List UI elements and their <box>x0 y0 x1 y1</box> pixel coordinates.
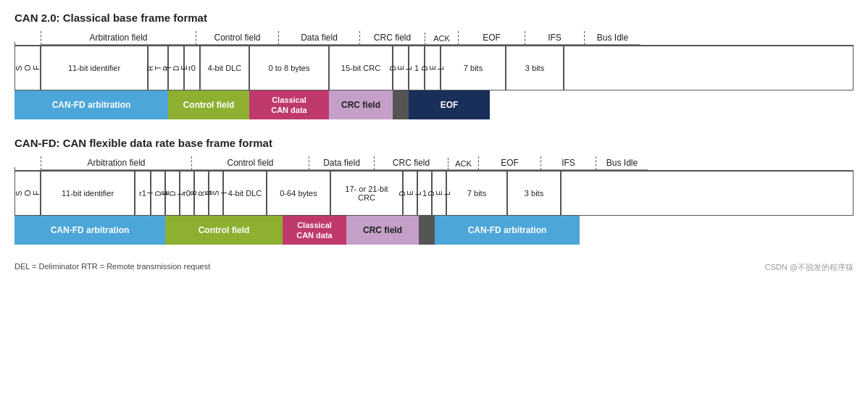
can20-id11: 11-bit identifier <box>41 46 148 90</box>
canfd-color-eof: CAN-FD arbitration <box>435 216 580 245</box>
canfd-bus-idle <box>561 172 854 215</box>
can20-sof: S O F <box>14 46 41 90</box>
can20-data-header: Data field <box>278 31 359 45</box>
canfd-esi: E S I <box>209 172 223 215</box>
canfd-crc-header: CRC field <box>374 156 448 170</box>
can20-color-arb: CAN-FD arbitration <box>14 90 168 119</box>
can20-ctrl-header: Control field <box>196 31 278 45</box>
h-sof-spacer-fd <box>14 167 41 170</box>
can20-crc-header: CRC field <box>359 31 425 45</box>
canfd-eof-header: EOF <box>478 156 541 170</box>
footer-credit: CSDN @不脱发的程序猿 <box>765 262 854 273</box>
can20-eof-header: EOF <box>458 31 525 45</box>
canfd-color-row: CAN-FD arbitration Control field Classic… <box>14 216 854 245</box>
canfd-data-header: Data field <box>309 156 374 170</box>
h-sof-spacer <box>14 42 41 45</box>
canfd-data-row: S O F 11-bit identifier r1 I D E E D L r… <box>14 171 854 216</box>
can20-section: CAN 2.0: Classical base frame format Arb… <box>14 12 854 119</box>
can20-color-eof: EOF <box>409 90 490 119</box>
canfd-sof: S O F <box>14 172 41 215</box>
canfd-del: D E L <box>403 172 417 215</box>
can20-ifs: 3 bits <box>506 46 564 90</box>
canfd-color-data: Classical CAN data <box>283 216 346 245</box>
canfd-color-arb: CAN-FD arbitration <box>14 216 165 245</box>
can20-ackdel: D E L <box>425 46 441 90</box>
can20-data: 0 to 8 bytes <box>249 46 329 90</box>
canfd-color-rest <box>580 216 854 245</box>
can20-color-data: Classical CAN data <box>249 90 329 119</box>
canfd-ack-header: ACK <box>448 158 478 170</box>
canfd-color-del1 <box>419 216 435 245</box>
canfd-bus-header: Bus Idle <box>596 156 648 170</box>
can20-crc: 15-bit CRC <box>329 46 393 90</box>
can20-color-ctrl: Control field <box>168 90 249 119</box>
can20-diagram: Arbitration field Control field Data fie… <box>14 31 854 119</box>
can20-color-rest <box>490 90 854 119</box>
canfd-eof: 7 bits <box>446 172 507 215</box>
canfd-data: 0-64 bytes <box>267 172 330 215</box>
canfd-section: CAN-FD: CAN flexible data rate base fram… <box>14 137 854 245</box>
canfd-title: CAN-FD: CAN flexible data rate base fram… <box>14 137 854 149</box>
canfd-ctrl-header: Control field <box>191 156 309 170</box>
canfd-dlc: 4-bit DLC <box>223 172 267 215</box>
canfd-color-crc: CRC field <box>346 216 419 245</box>
can20-data-row: S O F 11-bit identifier R T R I D E r0 4… <box>14 46 854 90</box>
canfd-ifs-header: IFS <box>541 156 596 170</box>
canfd-color-ctrl: Control field <box>165 216 283 245</box>
canfd-ackdel: D E L <box>432 172 446 215</box>
canfd-edl: E D L <box>165 172 180 215</box>
can20-ide: I D E <box>168 46 184 90</box>
canfd-ifs: 3 bits <box>507 172 561 215</box>
canfd-diagram: Arbitration field Control field Data fie… <box>14 156 854 245</box>
footer-note: DEL = Deliminator RTR = Remote transmiss… <box>14 262 210 273</box>
can20-color-row: CAN-FD arbitration Control field Classic… <box>14 90 854 119</box>
can20-bus-header: Bus Idle <box>584 31 640 45</box>
can20-ifs-header: IFS <box>525 31 584 45</box>
can20-ack-header: ACK <box>425 33 458 45</box>
canfd-id11: 11-bit identifier <box>41 172 135 215</box>
can20-eof: 7 bits <box>441 46 506 90</box>
can20-del: D E L <box>393 46 409 90</box>
canfd-arb-header: Arbitration field <box>41 156 191 170</box>
can20-arb-header: Arbitration field <box>41 31 196 45</box>
canfd-crc: 17- or 21-bit CRC <box>330 172 403 215</box>
can20-header-row: Arbitration field Control field Data fie… <box>14 31 854 46</box>
can20-dlc: 4-bit DLC <box>200 46 249 90</box>
can20-color-crc: CRC field <box>329 90 393 119</box>
canfd-header-row: Arbitration field Control field Data fie… <box>14 156 854 171</box>
footer: DEL = Deliminator RTR = Remote transmiss… <box>14 262 854 273</box>
can20-bus-idle <box>564 46 854 90</box>
can20-color-del1 <box>393 90 409 119</box>
can20-title: CAN 2.0: Classical base frame format <box>14 12 854 24</box>
